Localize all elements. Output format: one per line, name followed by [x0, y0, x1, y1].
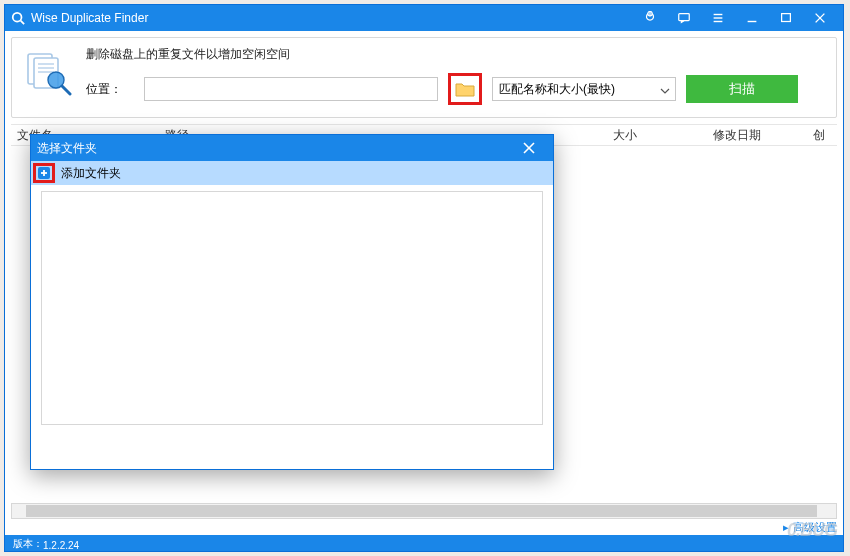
svg-rect-8 [782, 14, 791, 22]
scrollbar-thumb[interactable] [26, 505, 817, 517]
version-label: 版本： [13, 537, 43, 551]
svg-rect-3 [679, 14, 690, 21]
watermark: 0.BUG [787, 520, 837, 541]
plus-icon[interactable] [37, 166, 51, 180]
browse-folder-button[interactable] [453, 78, 477, 100]
col-date[interactable]: 修改日期 [707, 127, 807, 144]
horizontal-scrollbar[interactable] [11, 503, 837, 519]
description-text: 删除磁盘上的重复文件以增加空闲空间 [86, 46, 826, 63]
maximize-button[interactable] [769, 5, 803, 31]
theme-icon[interactable] [633, 5, 667, 31]
add-folder-label: 添加文件夹 [61, 165, 121, 182]
match-mode-select[interactable]: 匹配名称和大小(最快) [492, 77, 676, 101]
svg-line-1 [21, 21, 25, 25]
location-label: 位置： [86, 81, 134, 98]
chevron-down-icon [660, 80, 670, 98]
documents-magnifier-icon [22, 52, 76, 100]
menu-icon[interactable] [701, 5, 735, 31]
svg-point-0 [13, 13, 22, 22]
folder-list [41, 191, 543, 425]
svg-line-17 [62, 86, 70, 94]
scan-button[interactable]: 扫描 [686, 75, 798, 103]
match-mode-value: 匹配名称和大小(最快) [499, 81, 615, 98]
add-folder-row[interactable]: 添加文件夹 [31, 161, 553, 185]
app-title: Wise Duplicate Finder [31, 11, 148, 25]
status-bar: 版本：1.2.2.24 [5, 535, 843, 551]
dialog-close-button[interactable] [511, 135, 547, 161]
add-folder-highlight [33, 163, 55, 183]
dialog-body: 添加文件夹 OK 取消 [31, 161, 553, 469]
feedback-icon[interactable] [667, 5, 701, 31]
dialog-title-bar: 选择文件夹 [31, 135, 553, 161]
version-value: 1.2.2.24 [43, 540, 79, 551]
advanced-row: ▸ 高级设置 [11, 519, 837, 535]
location-input[interactable] [144, 77, 438, 101]
minimize-button[interactable] [735, 5, 769, 31]
search-panel: 删除磁盘上的重复文件以增加空闲空间 位置： 匹配名称和大小(最快) 扫描 [11, 37, 837, 118]
col-size[interactable]: 大小 [607, 127, 707, 144]
select-folder-dialog: 选择文件夹 添加文件夹 OK 取消 [30, 134, 554, 470]
browse-highlight [448, 73, 482, 105]
title-bar: Wise Duplicate Finder [5, 5, 843, 31]
app-icon [11, 11, 25, 25]
dialog-title: 选择文件夹 [37, 140, 97, 157]
close-button[interactable] [803, 5, 837, 31]
col-created[interactable]: 创 [807, 127, 837, 144]
